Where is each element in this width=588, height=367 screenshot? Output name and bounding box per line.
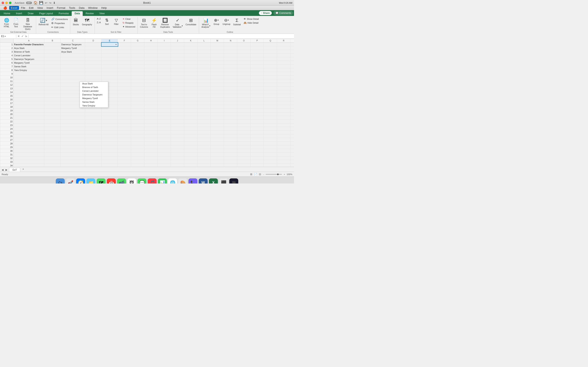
cell-j22[interactable] bbox=[171, 120, 184, 123]
cell-h27[interactable] bbox=[144, 138, 158, 142]
cell-c31[interactable] bbox=[61, 153, 85, 156]
cell-q28[interactable] bbox=[264, 142, 277, 145]
cell-i2[interactable] bbox=[158, 46, 171, 50]
cell-l10[interactable] bbox=[198, 76, 211, 79]
cell-g18[interactable] bbox=[131, 105, 144, 109]
menu-excel[interactable]: Excel bbox=[9, 6, 19, 10]
cell-j1[interactable] bbox=[171, 43, 184, 46]
cell-s16[interactable] bbox=[290, 98, 294, 101]
cell-n32[interactable] bbox=[224, 156, 237, 160]
cell-k11[interactable] bbox=[184, 79, 198, 83]
cell-s14[interactable] bbox=[290, 90, 294, 94]
cell-p16[interactable] bbox=[251, 98, 264, 101]
cell-i1[interactable] bbox=[158, 43, 171, 46]
cell-f10[interactable] bbox=[118, 76, 131, 79]
cell-o22[interactable] bbox=[237, 120, 251, 123]
cell-i7[interactable] bbox=[158, 65, 171, 68]
cell-l1[interactable] bbox=[198, 43, 211, 46]
col-header-e[interactable]: E bbox=[102, 39, 118, 43]
cell-j31[interactable] bbox=[171, 153, 184, 156]
cell-q2[interactable] bbox=[264, 46, 277, 50]
cell-m30[interactable] bbox=[211, 149, 224, 153]
cell-e32[interactable] bbox=[102, 156, 118, 160]
cell-n22[interactable] bbox=[224, 120, 237, 123]
cell-q3[interactable] bbox=[264, 50, 277, 54]
cell-g7[interactable] bbox=[131, 65, 144, 68]
cell-o33[interactable] bbox=[237, 160, 251, 164]
cell-q29[interactable] bbox=[264, 145, 277, 149]
cancel-formula-icon[interactable]: ✕ bbox=[17, 35, 20, 38]
cell-l32[interactable] bbox=[198, 156, 211, 160]
cell-o28[interactable] bbox=[237, 142, 251, 145]
cell-ref-arrow[interactable]: ▾ bbox=[5, 35, 6, 37]
cell-n6[interactable] bbox=[224, 61, 237, 65]
cell-n4[interactable] bbox=[224, 54, 237, 57]
cell-l21[interactable] bbox=[198, 116, 211, 120]
cell-g13[interactable] bbox=[131, 87, 144, 90]
col-header-b[interactable]: B bbox=[44, 39, 61, 43]
cell-a16[interactable] bbox=[13, 98, 44, 101]
cell-o4[interactable] bbox=[237, 54, 251, 57]
cell-o3[interactable] bbox=[237, 50, 251, 54]
cell-n25[interactable] bbox=[224, 131, 237, 134]
cell-b31[interactable] bbox=[44, 153, 61, 156]
cell-e22[interactable] bbox=[102, 120, 118, 123]
cell-j14[interactable] bbox=[171, 90, 184, 94]
dock-numbers[interactable]: 📊 bbox=[158, 178, 167, 184]
dock-terminal[interactable]: ⬛ bbox=[229, 178, 238, 184]
cell-j30[interactable] bbox=[171, 149, 184, 153]
cell-q16[interactable] bbox=[264, 98, 277, 101]
cell-n12[interactable] bbox=[224, 83, 237, 87]
advanced-button[interactable]: ✦ Advanced bbox=[122, 25, 136, 29]
sheet-tab-got[interactable]: GoT bbox=[9, 168, 20, 172]
normal-view-button[interactable]: ⊞ bbox=[250, 173, 253, 176]
hide-detail-button[interactable]: 🙈 Hide Detail bbox=[243, 21, 260, 25]
cell-f30[interactable] bbox=[118, 149, 131, 153]
cell-d25[interactable] bbox=[85, 131, 102, 134]
cell-k23[interactable] bbox=[184, 123, 198, 127]
menu-apple[interactable]: 🍎 bbox=[2, 6, 9, 10]
cell-r21[interactable] bbox=[277, 116, 290, 120]
cell-o7[interactable] bbox=[237, 65, 251, 68]
cell-l24[interactable] bbox=[198, 127, 211, 131]
cell-a31[interactable] bbox=[13, 153, 44, 156]
cell-k1[interactable] bbox=[184, 43, 198, 46]
cell-a17[interactable] bbox=[13, 101, 44, 105]
cell-r12[interactable] bbox=[277, 83, 290, 87]
cell-q5[interactable] bbox=[264, 57, 277, 61]
cell-b17[interactable] bbox=[44, 101, 61, 105]
cell-l4[interactable] bbox=[198, 54, 211, 57]
cell-p18[interactable] bbox=[251, 105, 264, 109]
save-icon[interactable]: 💾 bbox=[39, 1, 43, 5]
cell-o12[interactable] bbox=[237, 83, 251, 87]
cell-b27[interactable] bbox=[44, 138, 61, 142]
cell-g2[interactable] bbox=[131, 46, 144, 50]
cell-r18[interactable] bbox=[277, 105, 290, 109]
cell-e3[interactable] bbox=[102, 50, 118, 54]
dock-maps[interactable]: 🗺 bbox=[96, 178, 105, 184]
cell-g6[interactable] bbox=[131, 61, 144, 65]
cell-b21[interactable] bbox=[44, 116, 61, 120]
cell-k20[interactable] bbox=[184, 112, 198, 116]
cell-r27[interactable] bbox=[277, 138, 290, 142]
cell-b5[interactable] bbox=[44, 57, 61, 61]
cell-e10[interactable] bbox=[102, 76, 118, 79]
cell-a11[interactable] bbox=[13, 79, 44, 83]
col-header-i[interactable]: I bbox=[158, 39, 171, 43]
cell-i26[interactable] bbox=[158, 134, 171, 138]
cell-j24[interactable] bbox=[171, 127, 184, 131]
cell-i10[interactable] bbox=[158, 76, 171, 79]
cell-c1[interactable]: Daenerys Targaryen bbox=[61, 43, 85, 46]
cell-c3[interactable]: Arya Stark bbox=[61, 50, 85, 54]
cell-i21[interactable] bbox=[158, 116, 171, 120]
cell-n15[interactable] bbox=[224, 94, 237, 98]
cell-b8[interactable] bbox=[44, 68, 61, 72]
cell-n34[interactable] bbox=[224, 164, 237, 167]
cell-c22[interactable] bbox=[61, 120, 85, 123]
cell-d20[interactable] bbox=[85, 112, 102, 116]
cell-r17[interactable] bbox=[277, 101, 290, 105]
cell-k14[interactable] bbox=[184, 90, 198, 94]
menu-edit[interactable]: Edit bbox=[27, 6, 35, 10]
cell-m5[interactable] bbox=[211, 57, 224, 61]
cell-s27[interactable] bbox=[290, 138, 294, 142]
